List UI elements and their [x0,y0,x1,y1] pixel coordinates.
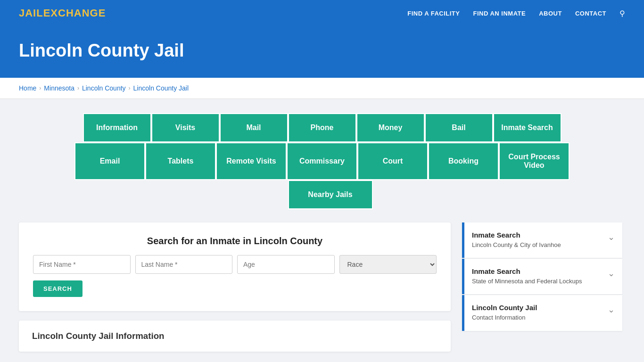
btn-court[interactable]: Court [357,142,428,180]
site-header: JAILEXCHANGE FIND A FACILITY FIND AN INM… [0,0,644,26]
btn-money[interactable]: Money [356,113,425,142]
hero-banner: Lincoln County Jail [0,26,644,78]
sidebar-card-text-1: Inmate Search Lincoln County & City of I… [472,231,561,249]
nav-find-inmate[interactable]: FIND AN INMATE [473,10,526,17]
search-button[interactable]: SEARCH [33,280,83,297]
main-nav: FIND A FACILITY FIND AN INMATE ABOUT CON… [407,9,625,18]
breadcrumb-minnesota[interactable]: Minnesota [44,84,74,92]
search-fields: Race White Black Hispanic Asian Other [33,255,437,274]
page-title: Lincoln County Jail [19,41,625,61]
chevron-down-icon-2: ⌄ [608,268,615,279]
chevron-down-icon-3: ⌄ [608,304,615,315]
nav-about[interactable]: ABOUT [539,10,562,17]
main-content: Information Visits Mail Phone Money Bail… [0,99,644,362]
btn-mail[interactable]: Mail [220,113,288,142]
breadcrumb-current[interactable]: Lincoln County Jail [133,84,189,92]
sidebar-card-inmate-search-local[interactable]: Inmate Search Lincoln County & City of I… [462,222,622,258]
sidebar-card-sub-3: Contact Information [472,313,537,322]
btn-information[interactable]: Information [83,113,151,142]
sidebar-card-contact-info[interactable]: Lincoln County Jail Contact Information … [462,295,622,330]
btn-visits[interactable]: Visits [151,113,220,142]
btn-bail[interactable]: Bail [425,113,493,142]
btn-row-1: Information Visits Mail Phone Money Bail… [83,113,561,142]
last-name-input[interactable] [135,255,233,274]
breadcrumb-home[interactable]: Home [19,84,36,92]
logo-jail: JAIL [19,7,43,19]
btn-inmate-search[interactable]: Inmate Search [493,113,561,142]
logo-exchange: EXCHANGE [43,7,106,19]
nav-contact[interactable]: CONTACT [575,10,606,17]
content-row: Search for an Inmate in Lincoln County R… [19,222,622,352]
breadcrumb: Home › Minnesota › Lincoln County › Linc… [19,84,625,92]
breadcrumb-sep-2: › [77,85,79,91]
breadcrumb-sep-3: › [129,85,131,91]
sidebar-card-text-2: Inmate Search State of Minnesota and Fed… [472,267,582,286]
sidebar-card-title-3: Lincoln County Jail [472,304,537,312]
sidebar: Inmate Search Lincoln County & City of I… [462,222,622,352]
btn-phone[interactable]: Phone [288,113,356,142]
btn-row-3: Nearby Jails [288,180,356,209]
site-logo[interactable]: JAILEXCHANGE [19,7,106,19]
btn-remote-visits[interactable]: Remote Visits [216,142,287,180]
inmate-search-panel: Search for an Inmate in Lincoln County R… [19,222,451,311]
first-name-input[interactable] [33,255,131,274]
search-icon[interactable]: ⚲ [619,9,625,18]
btn-nearby-jails[interactable]: Nearby Jails [288,180,373,209]
btn-email[interactable]: Email [74,142,145,180]
info-title: Lincoln County Jail Information [32,331,438,341]
sidebar-card-text-3: Lincoln County Jail Contact Information [472,304,537,322]
breadcrumb-lincoln-county[interactable]: Lincoln County [82,84,126,92]
btn-commissary[interactable]: Commissary [287,142,357,180]
sidebar-card-title-1: Inmate Search [472,231,561,239]
category-button-grid: Information Visits Mail Phone Money Bail… [19,113,625,209]
btn-court-process-video[interactable]: Court Process Video [499,142,570,180]
sidebar-card-sub-2: State of Minnesota and Federal Lockups [472,277,582,286]
nav-find-facility[interactable]: FIND A FACILITY [407,10,460,17]
chevron-down-icon-1: ⌄ [608,232,615,242]
sidebar-card-inmate-search-state[interactable]: Inmate Search State of Minnesota and Fed… [462,259,622,294]
btn-row-2: Email Tablets Remote Visits Commissary C… [74,142,570,180]
breadcrumb-sep-1: › [39,85,41,91]
sidebar-card-sub-1: Lincoln County & City of Ivanhoe [472,241,561,249]
sidebar-card-title-2: Inmate Search [472,267,582,275]
race-select[interactable]: Race White Black Hispanic Asian Other [339,255,437,274]
btn-tablets[interactable]: Tablets [145,142,216,180]
age-input[interactable] [237,255,335,274]
breadcrumb-bar: Home › Minnesota › Lincoln County › Linc… [0,78,644,99]
btn-booking[interactable]: Booking [428,142,499,180]
search-title: Search for an Inmate in Lincoln County [33,236,437,247]
info-section: Lincoln County Jail Information [19,321,451,352]
